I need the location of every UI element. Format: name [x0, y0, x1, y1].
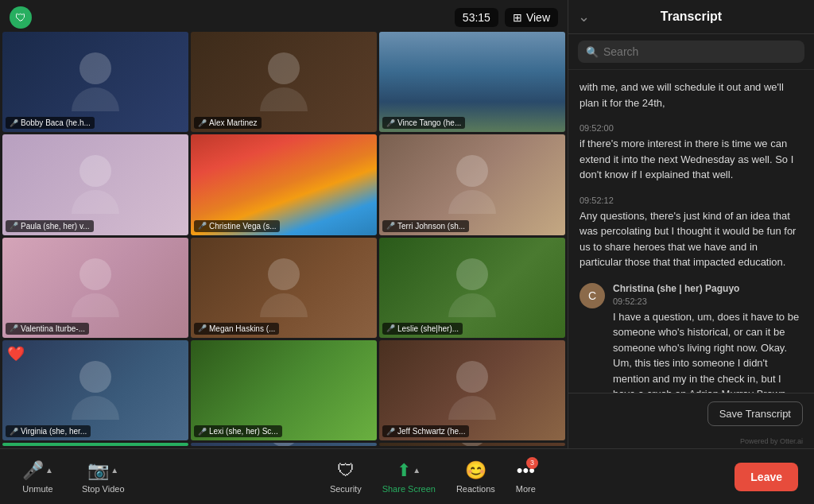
- security-icon: 🛡: [337, 460, 355, 481]
- mute-icon: 🎤: [198, 428, 207, 436]
- shield-icon: 🛡: [10, 6, 32, 29]
- participant-name-christine-vega: 🎤 Christine Vega (s...: [194, 220, 280, 232]
- camera-icon: 📷: [87, 460, 109, 481]
- participant-name-paula: 🎤 Paula (she, her) v...: [6, 220, 94, 232]
- toolbar-left: 🎤 ▲ Unmute 📷 ▲ Stop Video: [16, 457, 131, 497]
- video-cell-megan: 🎤 Megan Haskins (...: [191, 238, 377, 338]
- more-button[interactable]: ••• 3 More: [510, 457, 542, 497]
- mute-icon: 🎤: [10, 222, 18, 230]
- video-cell-paula: 🎤 Paula (she, her) v...: [2, 134, 188, 235]
- timer-display: 53:15: [455, 8, 498, 27]
- leave-button[interactable]: Leave: [735, 463, 798, 491]
- mute-icon: 🎤: [10, 428, 18, 436]
- transcript-entry-1: 09:52:00 if there's more interest in the…: [579, 123, 803, 183]
- transcript-panel: ⌄ Transcript 🔍 with me, and we will sche…: [568, 0, 814, 448]
- video-grid: 🎤 Bobby Baca (he.h... 🎤 Alex Martinez 🎤 …: [0, 0, 568, 448]
- share-caret[interactable]: ▲: [413, 466, 421, 475]
- reactions-button[interactable]: 😊 Reactions: [450, 457, 502, 497]
- video-cell-virginia: ❤️ 🎤 Virginia (she, her...: [2, 340, 188, 440]
- video-cell-lexi: 🎤 Lexi (she, her) Sc...: [191, 340, 377, 440]
- mute-icon: 🎤: [386, 119, 395, 127]
- view-button[interactable]: ⊞ View: [505, 8, 558, 27]
- video-top-bar: 🛡 53:15 ⊞ View: [0, 0, 568, 35]
- top-right-controls: 53:15 ⊞ View: [455, 8, 558, 27]
- transcript-search-container: 🔍: [568, 34, 814, 70]
- video-cell-amelia: 🎤 Amelia (she, her)...: [379, 443, 565, 446]
- video-cell-leslie: 🎤 Leslie (she|her)...: [379, 238, 565, 338]
- participant-name-terri: 🎤 Terri Johnson (sh...: [382, 220, 469, 232]
- transcript-header: ⌄ Transcript: [568, 0, 814, 34]
- video-cell-valentina: 🎤 Valentina Iturbe-...: [2, 238, 188, 338]
- video-caret[interactable]: ▲: [110, 466, 118, 475]
- share-screen-button[interactable]: ⬆ ▲ Share Screen: [376, 457, 442, 497]
- speaker-avatar: C: [579, 283, 605, 308]
- share-screen-icon: ⬆: [397, 460, 411, 481]
- video-cell-bobby: 🎤 Bobby Baca (he.h...: [2, 32, 188, 132]
- unmute-caret[interactable]: ▲: [45, 466, 53, 475]
- transcript-title: Transcript: [581, 10, 801, 24]
- security-label: Security: [330, 484, 362, 494]
- participant-name-virginia: 🎤 Virginia (she, her...: [6, 425, 91, 437]
- transcript-speaker-block: C Christina (she | her) Paguyo 09:52:23 …: [579, 283, 803, 394]
- video-area: 🛡 53:15 ⊞ View 🎤 Bobby Baca (he.h...: [0, 0, 568, 448]
- mute-icon: 🎤: [10, 119, 18, 127]
- mute-icon: 🎤: [386, 222, 395, 230]
- transcript-footer: Save Transcript: [568, 393, 814, 434]
- video-cell-christine2: 🎤 Christine (she.he...: [191, 443, 377, 446]
- toolbar-right: Leave: [735, 463, 798, 491]
- mute-icon: 🎤: [198, 119, 207, 127]
- participant-name-jeff: 🎤 Jeff Schwartz (he...: [382, 425, 469, 437]
- unmute-label: Unmute: [22, 484, 53, 494]
- toolbar-center: 🛡 Security ⬆ ▲ Share Screen 😊 Reactions …: [131, 457, 735, 497]
- transcript-content: with me, and we will schedule it out and…: [568, 70, 814, 393]
- participant-name-leslie: 🎤 Leslie (she|her)...: [382, 323, 463, 335]
- save-transcript-button[interactable]: Save Transcript: [707, 401, 803, 426]
- microphone-icon: 🎤: [22, 460, 44, 481]
- reactions-icon: 😊: [465, 460, 486, 481]
- caption-overlay: on Adrian Murray Brown, and she is an au…: [4, 443, 187, 444]
- mute-icon: 🎤: [10, 324, 18, 332]
- video-cell-alex: 🎤 Alex Martinez: [191, 32, 377, 132]
- transcript-entry-0: with me, and we will schedule it out and…: [579, 79, 803, 110]
- search-icon: 🔍: [586, 46, 599, 58]
- mute-icon: 🎤: [386, 428, 395, 436]
- grid-icon: ⊞: [513, 11, 522, 24]
- heart-reaction: ❤️: [7, 345, 25, 362]
- participant-name-bobby: 🎤 Bobby Baca (he.h...: [6, 117, 95, 129]
- mute-icon: 🎤: [198, 222, 207, 230]
- video-cell-vince: 🎤 Vince Tango (he...: [379, 32, 565, 132]
- mute-icon: 🎤: [198, 324, 207, 332]
- stop-video-label: Stop Video: [82, 484, 125, 494]
- speaker-info: Christina (she | her) Paguyo 09:52:23 I …: [613, 283, 803, 394]
- participant-name-vince: 🎤 Vince Tango (he...: [382, 117, 465, 129]
- video-cell-christina: on Adrian Murray Brown, and she is an au…: [2, 443, 188, 446]
- participant-name-alex: 🎤 Alex Martinez: [194, 117, 262, 129]
- participant-name-valentina: 🎤 Valentina Iturbe-...: [6, 323, 89, 335]
- reactions-label: Reactions: [456, 484, 495, 494]
- main-container: 🛡 53:15 ⊞ View 🎤 Bobby Baca (he.h...: [0, 0, 814, 448]
- video-cell-jeff: 🎤 Jeff Schwartz (he...: [379, 340, 565, 440]
- more-badge: 3: [526, 457, 538, 469]
- search-input[interactable]: [603, 45, 797, 58]
- unmute-button[interactable]: 🎤 ▲ Unmute: [16, 457, 60, 497]
- video-cell-terri: 🎤 Terri Johnson (sh...: [379, 134, 565, 235]
- stop-video-button[interactable]: 📷 ▲ Stop Video: [76, 457, 131, 497]
- mute-icon: 🎤: [386, 324, 395, 332]
- more-label: More: [516, 484, 536, 494]
- search-wrapper[interactable]: 🔍: [578, 41, 804, 63]
- transcript-entry-2: 09:52:12 Any questions, there's just kin…: [579, 196, 803, 270]
- toolbar: 🎤 ▲ Unmute 📷 ▲ Stop Video 🛡 Security: [0, 448, 814, 504]
- participant-name-lexi: 🎤 Lexi (she, her) Sc...: [194, 425, 282, 437]
- share-screen-label: Share Screen: [382, 484, 436, 494]
- powered-by-label: Powered by Otter.ai: [568, 434, 814, 448]
- security-button[interactable]: 🛡 Security: [324, 457, 368, 497]
- participant-name-megan: 🎤 Megan Haskins (...: [194, 323, 279, 335]
- video-cell-christine-vega: 🎤 Christine Vega (s...: [191, 134, 377, 235]
- expand-icon[interactable]: ⌄: [578, 8, 590, 25]
